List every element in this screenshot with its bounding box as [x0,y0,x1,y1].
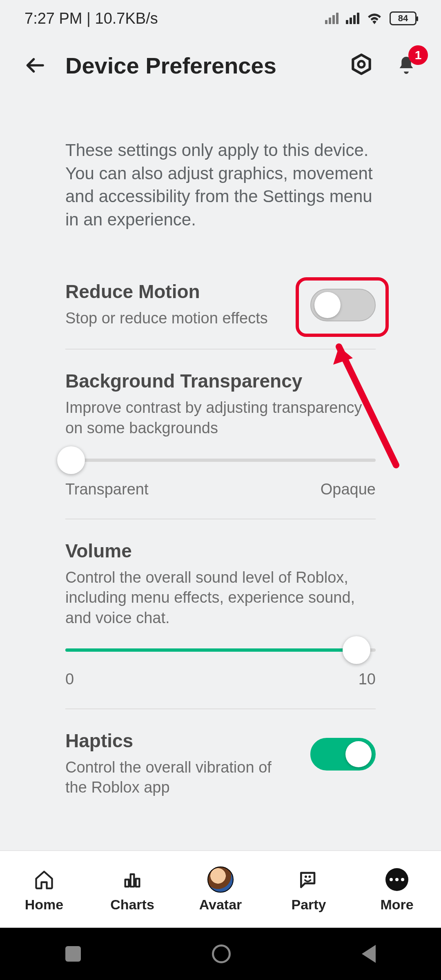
bg-transparency-desc: Improve contrast by adjusting transparen… [65,398,376,438]
status-time-net: 7:27 PM | 10.7KB/s [24,10,158,27]
svg-point-3 [305,875,307,878]
notification-badge: 1 [408,45,428,65]
back-button-system[interactable] [362,945,376,963]
svg-marker-2 [333,347,353,365]
nav-charts[interactable]: Charts [88,851,176,928]
toggle-knob [314,292,341,318]
slider-max-label: Opaque [321,481,376,498]
signal-icon [325,13,339,24]
status-time: 7:27 PM [24,10,82,27]
nav-party[interactable]: Party [265,851,353,928]
svg-point-0 [358,61,365,68]
bottom-nav: Home Charts Avatar Party More [0,850,441,928]
robux-icon[interactable] [347,51,376,80]
status-net-speed: 10.7KB/s [95,10,158,27]
bg-transparency-title: Background Transparency [65,370,376,392]
signal-icon [346,13,359,24]
nav-label: Party [291,897,326,913]
more-icon [384,866,410,893]
haptics-desc: Control the overall vibration of the Rob… [65,757,294,798]
wifi-icon [367,12,382,24]
party-icon [296,866,322,893]
nav-label: More [380,897,413,913]
app-header: Device Preferences 1 [0,37,441,94]
section-haptics: Haptics Control the overall vibration of… [65,730,376,818]
slider-max-label: 10 [359,670,376,688]
slider-min-label: Transparent [65,481,148,498]
status-right: 84 [325,11,416,25]
nav-more[interactable]: More [353,851,441,928]
slider-min-label: 0 [65,670,74,688]
avatar-icon [207,866,234,893]
bg-transparency-slider[interactable]: Transparent Opaque [65,459,376,498]
reduce-motion-desc: Stop or reduce motion effects [65,308,268,328]
svg-point-4 [308,875,311,878]
nav-label: Charts [110,897,154,913]
status-bar: 7:27 PM | 10.7KB/s 84 [0,0,441,37]
intro-text: These settings only apply to this device… [65,139,376,232]
nav-label: Home [25,897,63,913]
section-volume: Volume Control the overall sound level o… [65,540,376,709]
section-reduce-motion: Reduce Motion Stop or reduce motion effe… [65,281,376,350]
haptics-toggle[interactable] [310,738,376,771]
reduce-motion-toggle[interactable] [310,289,376,321]
reduce-motion-title: Reduce Motion [65,281,268,303]
toggle-knob [345,741,372,767]
volume-slider[interactable]: 0 10 [65,648,376,688]
content-scroll[interactable]: These settings only apply to this device… [0,94,441,818]
page-title: Device Preferences [65,52,331,79]
nav-home[interactable]: Home [0,851,88,928]
charts-icon [119,866,145,893]
home-icon [31,866,57,893]
home-button[interactable] [212,944,231,963]
volume-title: Volume [65,540,376,562]
back-button[interactable] [20,51,49,80]
section-bg-transparency: Background Transparency Improve contrast… [65,370,376,519]
nav-label: Avatar [199,897,242,913]
recents-button[interactable] [65,946,81,962]
notifications-button[interactable]: 1 [392,51,421,80]
nav-avatar[interactable]: Avatar [176,851,265,928]
volume-desc: Control the overall sound level of Roblo… [65,568,376,628]
system-nav [0,928,441,980]
battery-icon: 84 [390,11,416,25]
haptics-title: Haptics [65,730,294,752]
